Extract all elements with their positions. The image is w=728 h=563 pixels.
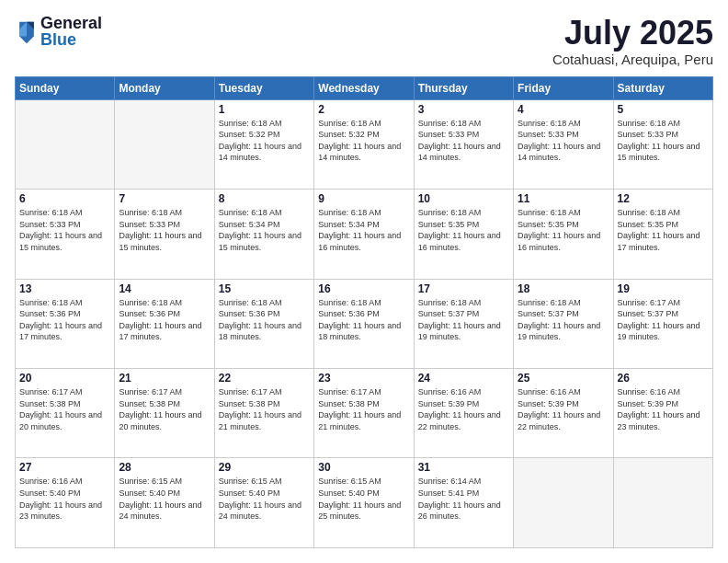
- day-number: 31: [418, 461, 509, 474]
- day-number: 16: [318, 282, 409, 295]
- day-number: 2: [318, 103, 409, 116]
- day-info: Sunrise: 6:17 AMSunset: 5:38 PMDaylight:…: [119, 386, 210, 432]
- day-info: Sunrise: 6:16 AMSunset: 5:40 PMDaylight:…: [19, 476, 110, 522]
- day-number: 29: [219, 461, 310, 474]
- day-info: Sunrise: 6:18 AMSunset: 5:34 PMDaylight:…: [219, 207, 310, 253]
- day-number: 30: [318, 461, 409, 474]
- day-info: Sunrise: 6:18 AMSunset: 5:35 PMDaylight:…: [418, 207, 509, 253]
- calendar-header-monday: Monday: [115, 76, 214, 99]
- day-number: 23: [318, 372, 409, 385]
- calendar-cell: [115, 99, 214, 189]
- day-number: 9: [318, 192, 409, 205]
- calendar-cell: 31Sunrise: 6:14 AMSunset: 5:41 PMDayligh…: [414, 458, 513, 548]
- calendar-cell: 21Sunrise: 6:17 AMSunset: 5:38 PMDayligh…: [115, 369, 214, 458]
- calendar-cell: 27Sunrise: 6:16 AMSunset: 5:40 PMDayligh…: [16, 458, 115, 548]
- day-info: Sunrise: 6:18 AMSunset: 5:33 PMDaylight:…: [19, 207, 110, 253]
- day-number: 4: [518, 103, 609, 116]
- day-info: Sunrise: 6:16 AMSunset: 5:39 PMDaylight:…: [618, 386, 709, 432]
- calendar-header-tuesday: Tuesday: [214, 76, 313, 99]
- calendar-cell: [514, 458, 613, 548]
- calendar-cell: 10Sunrise: 6:18 AMSunset: 5:35 PMDayligh…: [414, 190, 513, 279]
- day-info: Sunrise: 6:18 AMSunset: 5:33 PMDaylight:…: [418, 118, 509, 164]
- day-info: Sunrise: 6:18 AMSunset: 5:35 PMDaylight:…: [518, 207, 609, 253]
- calendar-week-2: 13Sunrise: 6:18 AMSunset: 5:36 PMDayligh…: [16, 279, 713, 368]
- day-info: Sunrise: 6:18 AMSunset: 5:32 PMDaylight:…: [318, 118, 409, 164]
- day-info: Sunrise: 6:18 AMSunset: 5:37 PMDaylight:…: [418, 297, 509, 343]
- calendar-header-row: SundayMondayTuesdayWednesdayThursdayFrid…: [16, 76, 713, 99]
- calendar-cell: 12Sunrise: 6:18 AMSunset: 5:35 PMDayligh…: [613, 190, 712, 279]
- calendar-cell: 13Sunrise: 6:18 AMSunset: 5:36 PMDayligh…: [16, 279, 115, 368]
- calendar-table: SundayMondayTuesdayWednesdayThursdayFrid…: [15, 76, 713, 548]
- calendar-cell: 24Sunrise: 6:16 AMSunset: 5:39 PMDayligh…: [414, 369, 513, 458]
- calendar-week-0: 1Sunrise: 6:18 AMSunset: 5:32 PMDaylight…: [16, 99, 713, 189]
- day-number: 15: [219, 282, 310, 295]
- logo-general-text: General: [40, 15, 102, 31]
- calendar-cell: 7Sunrise: 6:18 AMSunset: 5:33 PMDaylight…: [115, 190, 214, 279]
- calendar-cell: 18Sunrise: 6:18 AMSunset: 5:37 PMDayligh…: [514, 279, 613, 368]
- calendar-cell: 8Sunrise: 6:18 AMSunset: 5:34 PMDaylight…: [214, 190, 313, 279]
- day-info: Sunrise: 6:15 AMSunset: 5:40 PMDaylight:…: [219, 476, 310, 522]
- day-info: Sunrise: 6:18 AMSunset: 5:36 PMDaylight:…: [119, 297, 210, 343]
- calendar-cell: 5Sunrise: 6:18 AMSunset: 5:33 PMDaylight…: [613, 99, 712, 189]
- calendar-cell: 19Sunrise: 6:17 AMSunset: 5:37 PMDayligh…: [613, 279, 712, 368]
- day-number: 27: [19, 461, 110, 474]
- day-info: Sunrise: 6:17 AMSunset: 5:38 PMDaylight:…: [318, 386, 409, 432]
- day-info: Sunrise: 6:18 AMSunset: 5:32 PMDaylight:…: [219, 118, 310, 164]
- day-number: 1: [219, 103, 310, 116]
- calendar-week-1: 6Sunrise: 6:18 AMSunset: 5:33 PMDaylight…: [16, 190, 713, 279]
- calendar-cell: 30Sunrise: 6:15 AMSunset: 5:40 PMDayligh…: [314, 458, 414, 548]
- day-number: 13: [19, 282, 110, 295]
- calendar-cell: 14Sunrise: 6:18 AMSunset: 5:36 PMDayligh…: [115, 279, 214, 368]
- main-title: July 2025: [552, 15, 713, 52]
- calendar-cell: 15Sunrise: 6:18 AMSunset: 5:36 PMDayligh…: [214, 279, 313, 368]
- day-info: Sunrise: 6:18 AMSunset: 5:37 PMDaylight:…: [518, 297, 609, 343]
- subtitle: Cotahuasi, Arequipa, Peru: [552, 52, 713, 67]
- calendar-header-saturday: Saturday: [613, 76, 712, 99]
- header: General Blue July 2025 Cotahuasi, Arequi…: [15, 15, 713, 67]
- day-number: 24: [418, 372, 509, 385]
- day-info: Sunrise: 6:17 AMSunset: 5:37 PMDaylight:…: [618, 297, 709, 343]
- calendar-cell: [613, 458, 712, 548]
- calendar-header-sunday: Sunday: [16, 76, 115, 99]
- day-number: 18: [518, 282, 609, 295]
- day-number: 22: [219, 372, 310, 385]
- calendar-cell: 9Sunrise: 6:18 AMSunset: 5:34 PMDaylight…: [314, 190, 414, 279]
- day-info: Sunrise: 6:15 AMSunset: 5:40 PMDaylight:…: [318, 476, 409, 522]
- day-number: 10: [418, 192, 509, 205]
- logo-icon: [17, 18, 37, 44]
- day-info: Sunrise: 6:18 AMSunset: 5:33 PMDaylight:…: [119, 207, 210, 253]
- calendar-cell: 22Sunrise: 6:17 AMSunset: 5:38 PMDayligh…: [214, 369, 313, 458]
- logo-blue-text: Blue: [40, 31, 102, 48]
- calendar-cell: [16, 99, 115, 189]
- calendar-week-4: 27Sunrise: 6:16 AMSunset: 5:40 PMDayligh…: [16, 458, 713, 548]
- calendar-cell: 16Sunrise: 6:18 AMSunset: 5:36 PMDayligh…: [314, 279, 414, 368]
- calendar-cell: 26Sunrise: 6:16 AMSunset: 5:39 PMDayligh…: [613, 369, 712, 458]
- day-info: Sunrise: 6:18 AMSunset: 5:36 PMDaylight:…: [219, 297, 310, 343]
- day-number: 28: [119, 461, 210, 474]
- day-number: 6: [19, 192, 110, 205]
- day-number: 25: [518, 372, 609, 385]
- calendar-cell: 25Sunrise: 6:16 AMSunset: 5:39 PMDayligh…: [514, 369, 613, 458]
- day-info: Sunrise: 6:18 AMSunset: 5:36 PMDaylight:…: [318, 297, 409, 343]
- day-number: 26: [618, 372, 709, 385]
- day-info: Sunrise: 6:16 AMSunset: 5:39 PMDaylight:…: [418, 386, 509, 432]
- day-number: 17: [418, 282, 509, 295]
- calendar-cell: 6Sunrise: 6:18 AMSunset: 5:33 PMDaylight…: [16, 190, 115, 279]
- day-info: Sunrise: 6:18 AMSunset: 5:35 PMDaylight:…: [618, 207, 709, 253]
- calendar-cell: 29Sunrise: 6:15 AMSunset: 5:40 PMDayligh…: [214, 458, 313, 548]
- calendar-cell: 3Sunrise: 6:18 AMSunset: 5:33 PMDaylight…: [414, 99, 513, 189]
- day-info: Sunrise: 6:15 AMSunset: 5:40 PMDaylight:…: [119, 476, 210, 522]
- calendar-cell: 2Sunrise: 6:18 AMSunset: 5:32 PMDaylight…: [314, 99, 414, 189]
- title-block: July 2025 Cotahuasi, Arequipa, Peru: [552, 15, 713, 67]
- logo: General Blue: [15, 15, 102, 48]
- day-number: 11: [518, 192, 609, 205]
- day-info: Sunrise: 6:17 AMSunset: 5:38 PMDaylight:…: [19, 386, 110, 432]
- calendar-header-friday: Friday: [514, 76, 613, 99]
- day-info: Sunrise: 6:18 AMSunset: 5:34 PMDaylight:…: [318, 207, 409, 253]
- calendar-cell: 20Sunrise: 6:17 AMSunset: 5:38 PMDayligh…: [16, 369, 115, 458]
- page: General Blue July 2025 Cotahuasi, Arequi…: [0, 0, 728, 563]
- day-number: 3: [418, 103, 509, 116]
- calendar-header-wednesday: Wednesday: [314, 76, 414, 99]
- day-info: Sunrise: 6:18 AMSunset: 5:33 PMDaylight:…: [518, 118, 609, 164]
- calendar-cell: 4Sunrise: 6:18 AMSunset: 5:33 PMDaylight…: [514, 99, 613, 189]
